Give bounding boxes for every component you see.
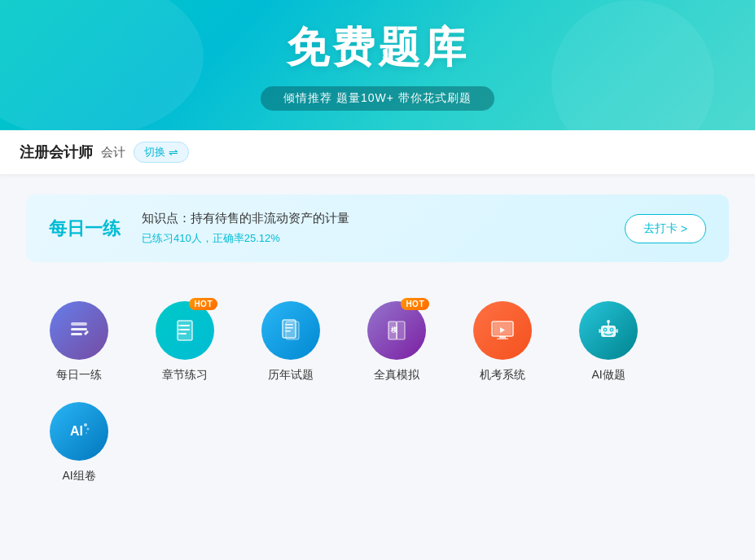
banner-title: 免费题库 [287,20,469,77]
svg-point-10 [178,333,180,335]
icon-item-ai-do[interactable]: AI做题 [555,288,661,389]
hot-badge-chapter: HOT [189,298,217,310]
svg-point-35 [86,432,87,434]
icon-item-exam[interactable]: 机考系统 [450,288,555,389]
svg-rect-31 [616,329,618,333]
svg-rect-7 [180,333,187,335]
svg-rect-15 [286,322,299,339]
icon-circle-history [261,301,320,360]
book-icon: 模 [382,316,411,345]
icon-circle-daily [50,301,108,360]
switch-label: 切换 [144,145,165,160]
svg-point-34 [87,428,90,431]
pencil-icon [64,316,94,345]
banner-subtitle: 倾情推荐 题量10W+ 带你花式刷题 [261,86,494,111]
icons-grid: 每日一练 HOT 章节练习 [26,288,729,490]
daily-btn-label: 去打卡 [643,221,678,236]
svg-rect-0 [71,322,87,326]
svg-rect-6 [180,329,190,330]
monitor-icon [488,316,517,345]
daily-practice-label: 每日一练 [49,217,122,241]
svg-point-33 [84,423,87,427]
svg-rect-5 [180,325,190,326]
icon-label-history: 历年试题 [268,368,314,383]
icon-label-ai-do: AI做题 [591,368,625,383]
daily-knowledge: 知识点：持有待售的非流动资产的计量 [142,211,605,226]
icon-item-mock[interactable]: HOT 模 全真模拟 [344,288,450,389]
robot-icon [594,316,623,345]
svg-rect-17 [397,322,405,339]
icon-circle-chapter: HOT [156,301,214,360]
daily-practice-card: 每日一练 知识点：持有待售的非流动资产的计量 已练习410人，正确率25.12%… [26,195,729,262]
subject-sub: 会计 [101,145,125,160]
svg-rect-30 [599,329,601,333]
svg-point-29 [607,320,610,323]
icon-item-daily[interactable]: 每日一练 [26,288,132,389]
icon-label-exam: 机考系统 [480,368,525,383]
icon-label-chapter: 章节练习 [162,368,208,383]
svg-point-26 [604,329,606,330]
icon-circle-exam [473,301,532,360]
daily-practice-info: 知识点：持有待售的非流动资产的计量 已练习410人，正确率25.12% [142,211,605,246]
document-icon [170,316,200,345]
svg-rect-2 [71,333,82,335]
icon-circle-mock: HOT 模 [367,301,426,360]
main-content: 每日一练 知识点：持有待售的非流动资产的计量 已练习410人，正确率25.12%… [0,175,755,510]
switch-icon: ⇌ [169,146,178,159]
svg-point-27 [611,329,612,330]
switch-button[interactable]: 切换 ⇌ [134,142,189,163]
svg-rect-1 [71,328,87,330]
icon-label-mock: 全真模拟 [374,368,419,383]
svg-text:模: 模 [390,326,398,334]
icon-item-chapter[interactable]: HOT 章节练习 [132,288,238,389]
daily-stats-prefix: 已练习410人，正确率 [142,232,244,244]
icon-label-ai-make: AI组卷 [62,469,95,483]
header-banner: 免费题库 倾情推荐 题量10W+ 带你花式刷题 [0,0,755,130]
subject-bar: 注册会计师 会计 切换 ⇌ [0,130,755,175]
icon-item-ai-make[interactable]: AI AI组卷 [26,389,132,490]
svg-point-8 [178,325,180,326]
subject-title: 注册会计师 [20,142,93,162]
hot-badge-mock: HOT [401,298,429,310]
svg-rect-21 [499,336,506,339]
icon-item-history[interactable]: 历年试题 [238,288,344,389]
svg-text:AI: AI [70,424,83,438]
svg-rect-22 [497,339,508,340]
icon-circle-ai-make: AI [50,402,108,461]
daily-btn-icon: > [681,222,687,235]
daily-stats-rate: 25.12% [244,232,280,244]
svg-point-9 [178,329,180,330]
paper-icon [276,316,305,345]
icon-label-daily: 每日一练 [56,368,102,383]
ai-icon: AI [64,417,94,446]
icon-circle-ai-do [579,301,638,360]
daily-checkin-button[interactable]: 去打卡 > [625,214,706,243]
daily-stats: 已练习410人，正确率25.12% [142,231,605,246]
